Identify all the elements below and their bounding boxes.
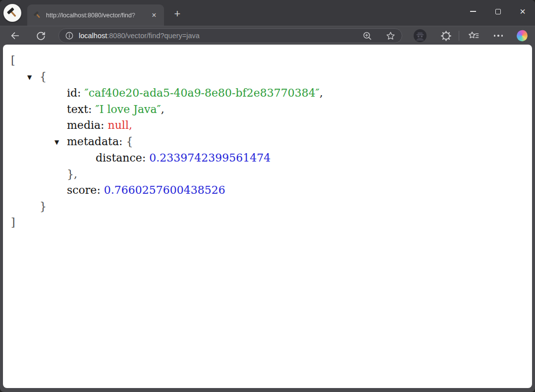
json-token-number: 0.7660257600438526	[104, 184, 225, 196]
json-line: ]	[3, 215, 532, 231]
json-line: },	[3, 167, 532, 183]
json-token-string: ″caf40e20-ada5-40a9-8e80-bf2e83770384″	[85, 87, 320, 99]
json-line: text: ″I love Java″,	[3, 102, 532, 118]
zoom-icon[interactable]	[362, 31, 373, 41]
back-arrow-icon	[9, 30, 20, 41]
json-token-punct: ,	[320, 87, 323, 99]
settings-more-button[interactable]	[492, 30, 504, 42]
hammer-icon	[6, 7, 18, 19]
json-token-key: id:	[67, 87, 85, 99]
url-host: localhost	[79, 32, 107, 40]
site-info-icon[interactable]	[65, 31, 74, 40]
window-controls: ×	[461, 0, 535, 26]
refresh-icon	[36, 31, 46, 41]
json-token-key: score:	[67, 184, 104, 196]
json-line: id: ″caf40e20-ada5-40a9-8e80-bf2e8377038…	[3, 85, 532, 102]
json-token-key: text:	[67, 103, 96, 115]
close-icon: ×	[520, 6, 526, 16]
tab-title: http://localhost:8080/vector/find?	[46, 12, 149, 19]
titlebar: http://localhost:8080/vector/find? × + ×	[0, 0, 535, 26]
copilot-icon	[515, 29, 529, 43]
maximize-button[interactable]	[485, 0, 510, 23]
profile-avatar-inprivate-icon[interactable]	[413, 29, 427, 43]
minimize-button[interactable]	[461, 0, 485, 23]
collapse-toggle-icon[interactable]: ▼	[27, 69, 40, 86]
json-token-bracket: ]	[11, 216, 15, 228]
json-token-null: null,	[108, 119, 132, 131]
refresh-button[interactable]	[35, 30, 47, 42]
json-line: ▼metadata: {	[3, 134, 532, 151]
browser-window: http://localhost:8080/vector/find? × + ×	[0, 0, 535, 392]
toolbar-divider	[459, 31, 459, 41]
json-token-key: distance:	[96, 152, 149, 164]
json-line: distance: 0.2339742399561474	[3, 150, 532, 167]
json-token-bracket: }	[40, 200, 47, 213]
tab-favicon-hammer-icon	[33, 11, 42, 19]
json-line: media: null,	[3, 117, 532, 134]
json-token-number: 0.2339742399561474	[149, 152, 270, 164]
json-line: score: 0.7660257600438526	[3, 182, 532, 199]
new-tab-button[interactable]: +	[170, 7, 185, 22]
json-token-key: media:	[67, 119, 108, 131]
address-bar[interactable]: localhost:8080/vector/find?query=java	[58, 28, 402, 43]
back-button[interactable]	[9, 30, 21, 42]
json-token-bracket: {	[126, 135, 133, 148]
collapse-toggle-icon[interactable]: ▼	[54, 134, 67, 151]
extensions-icon[interactable]	[440, 30, 452, 42]
url-text: localhost:8080/vector/find?query=java	[79, 32, 200, 40]
json-token-bracket: },	[67, 168, 77, 180]
json-line: [	[3, 53, 532, 69]
json-token-punct: ,	[161, 103, 164, 115]
toolbar: localhost:8080/vector/find?query=java	[0, 26, 535, 45]
tab-close-icon[interactable]: ×	[149, 10, 159, 20]
json-token-key: metadata:	[67, 135, 126, 148]
copilot-button[interactable]	[516, 30, 528, 42]
ellipsis-icon	[494, 35, 503, 36]
favorite-star-icon[interactable]	[385, 31, 396, 41]
app-logo	[3, 4, 21, 22]
browser-tab[interactable]: http://localhost:8080/vector/find? ×	[27, 4, 164, 26]
json-line: }	[3, 199, 532, 215]
json-token-string: ″I love Java″	[96, 103, 161, 115]
json-viewer[interactable]: [▼{id: ″caf40e20-ada5-40a9-8e80-bf2e8377…	[3, 45, 532, 388]
json-line: ▼{	[3, 69, 532, 86]
json-token-bracket: {	[40, 70, 47, 83]
minimize-icon	[470, 11, 476, 12]
json-tree: [▼{id: ″caf40e20-ada5-40a9-8e80-bf2e8377…	[3, 53, 532, 231]
json-token-bracket: [	[11, 54, 15, 66]
close-button[interactable]: ×	[510, 0, 535, 23]
url-path: :8080/vector/find?query=java	[107, 32, 200, 40]
maximize-icon	[495, 9, 501, 14]
favorites-list-icon[interactable]	[468, 30, 480, 42]
